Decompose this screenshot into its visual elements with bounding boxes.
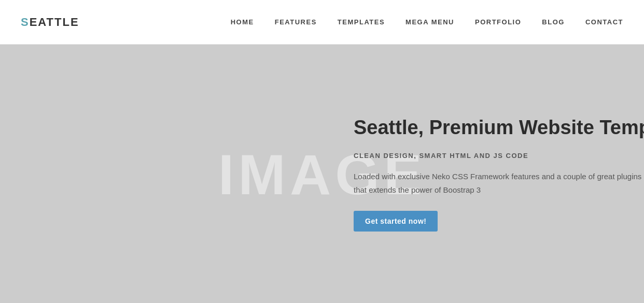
hero-section: IMAGE Seattle, Premium Website Template …: [0, 45, 644, 303]
hero-subtitle: CLEAN DESIGN, SMART HTML AND JS CODE: [354, 152, 644, 160]
site-header: SEATTLE HOME FEATURES TEMPLATES MEGA MEN…: [0, 0, 644, 45]
main-nav: HOME FEATURES TEMPLATES MEGA MENU PORTFO…: [231, 18, 623, 26]
hero-description: Loaded with exclusive Neko CSS Framework…: [354, 170, 644, 196]
nav-features[interactable]: FEATURES: [275, 18, 317, 26]
nav-contact[interactable]: CONTACT: [585, 18, 623, 26]
nav-home[interactable]: HOME: [231, 18, 254, 26]
nav-templates[interactable]: TEMPLATES: [338, 18, 385, 26]
cta-button[interactable]: Get started now!: [354, 211, 438, 232]
logo-s: S: [21, 16, 30, 28]
hero-content: Seattle, Premium Website Template CLEAN …: [333, 116, 644, 232]
nav-mega-menu[interactable]: MEGA MENU: [405, 18, 454, 26]
nav-blog[interactable]: BLOG: [542, 18, 565, 26]
site-logo[interactable]: SEATTLE: [21, 16, 79, 29]
nav-portfolio[interactable]: PORTFOLIO: [475, 18, 521, 26]
logo-rest: EATTLE: [30, 16, 79, 28]
hero-title: Seattle, Premium Website Template: [354, 116, 644, 140]
